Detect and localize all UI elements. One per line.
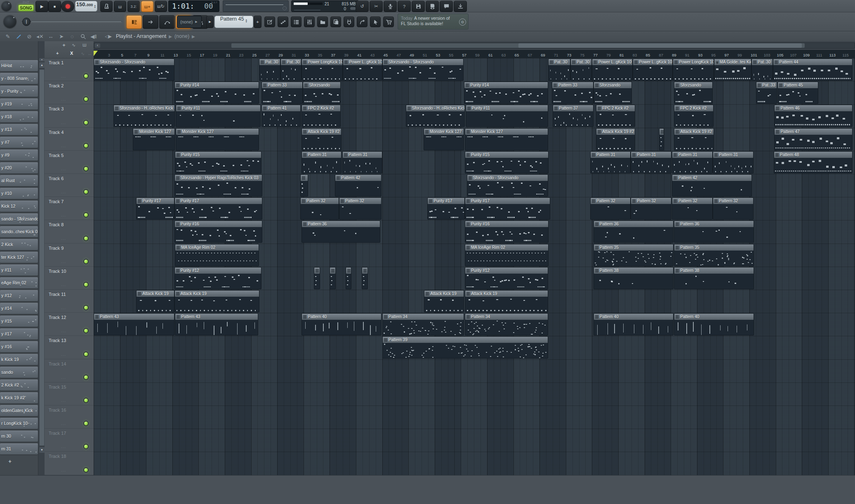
clip-body[interactable] [465, 135, 548, 150]
track-mute-led[interactable] [84, 422, 88, 425]
pattern-clip[interactable]: Pat..30 [548, 59, 570, 81]
pattern-clip[interactable]: Pattern 31 [342, 151, 382, 173]
arrow-right-icon[interactable] [143, 15, 158, 29]
clip-menu-icon[interactable] [302, 176, 305, 180]
pattern-clip[interactable]: Purity #11 [466, 105, 548, 127]
clip-menu-icon[interactable] [753, 61, 756, 64]
clip-menu-icon[interactable] [466, 292, 470, 295]
slur-dim-icon[interactable]: ∿ [81, 51, 85, 56]
clip-body[interactable] [594, 227, 673, 242]
clip-body[interactable] [752, 65, 773, 80]
clip-menu-icon[interactable] [303, 130, 306, 134]
pattern-clip[interactable]: Pattern 40 [594, 313, 674, 335]
clip-header[interactable]: Pattern 34 [465, 314, 548, 320]
pattern-clip[interactable]: Pattern 32 [672, 197, 713, 220]
playlist-grid[interactable]: Sforzsando - SforzsandoPat..30Pat..30Pow… [94, 58, 855, 475]
clip-header[interactable] [362, 267, 367, 274]
browser-icon[interactable] [317, 16, 328, 27]
clip-header[interactable]: Purity #14 [175, 82, 259, 88]
clip-header[interactable]: Pattern 31 [343, 152, 382, 158]
picker-item[interactable]: rn 31 [0, 443, 38, 455]
clip-header[interactable]: Pattern 32 [591, 198, 631, 204]
clip-menu-icon[interactable] [282, 61, 285, 64]
clip-body[interactable] [594, 251, 673, 266]
clip-header[interactable]: Pattern 31 [631, 152, 671, 158]
clip-body[interactable] [335, 181, 381, 196]
clip-header[interactable]: Purity #17 [428, 198, 464, 204]
clip-header[interactable]: Purity #16 [175, 221, 262, 227]
clip-menu-icon[interactable] [303, 61, 306, 64]
clip-menu-icon[interactable] [598, 107, 601, 110]
pattern-clip[interactable]: Power LongKick 10 [301, 59, 343, 81]
clip-body[interactable] [94, 320, 174, 335]
clip-menu-icon[interactable] [177, 130, 181, 134]
clip-body[interactable] [175, 274, 261, 289]
plug-icon[interactable] [344, 16, 354, 27]
clip-header[interactable]: Pattern 36 [302, 221, 380, 227]
track-header[interactable]: Track 18··· [45, 452, 94, 475]
clip-body[interactable] [674, 320, 754, 335]
clip-header[interactable]: Purity #17 [465, 198, 550, 204]
horizontal-scrollbar[interactable]: ‹ [94, 42, 855, 49]
clip-body[interactable] [465, 204, 550, 219]
clip-body[interactable] [674, 227, 754, 242]
clip-body[interactable] [383, 343, 548, 358]
track-resize-grip[interactable]: ··· [61, 469, 66, 473]
clip-body[interactable] [94, 65, 174, 80]
clip-body[interactable] [302, 320, 381, 335]
track-resize-grip[interactable]: ··· [61, 168, 66, 172]
picker-scroll-thumb[interactable] [39, 69, 45, 446]
clip-header[interactable]: Sforzsando [303, 82, 340, 88]
clip-menu-icon[interactable] [407, 107, 411, 110]
clip-header[interactable]: Pattern 38 [674, 267, 754, 274]
clip-header[interactable]: Power L..gKick 10 [343, 59, 382, 65]
clip-body[interactable] [383, 320, 464, 335]
clip-menu-icon[interactable] [466, 153, 470, 157]
clip-body[interactable] [343, 158, 382, 173]
clip-menu-icon[interactable] [384, 315, 387, 319]
clip-header[interactable]: Pattern 36 [594, 221, 673, 227]
pattern-clip[interactable]: Pattern 34 [465, 313, 548, 335]
stretch-icon[interactable]: ↔ [45, 33, 56, 40]
picker-item[interactable]: y #13 [0, 124, 38, 135]
clip-body[interactable] [302, 158, 341, 173]
clip-body[interactable] [362, 274, 367, 289]
clip-menu-icon[interactable] [95, 61, 99, 64]
track-header[interactable]: Track 17··· [45, 429, 94, 452]
clip-body[interactable] [428, 204, 464, 219]
save-icon[interactable] [412, 1, 425, 12]
pattern-clip[interactable]: Purity #17 [427, 197, 465, 220]
clip-menu-icon[interactable] [177, 107, 181, 110]
clip-header[interactable]: Attack Kick 19 [465, 291, 548, 297]
clip-header[interactable] [301, 175, 308, 181]
track-mute-led[interactable] [84, 375, 88, 379]
clip-body[interactable] [301, 181, 308, 196]
select-icon[interactable]: ◌ [67, 33, 78, 40]
clip-header[interactable]: Sforzsando - H..oRiches Kick 03 [114, 105, 174, 111]
clip-menu-icon[interactable] [115, 107, 118, 110]
pattern-clip[interactable]: Pattern 37 [553, 105, 594, 127]
clip-body[interactable] [137, 204, 174, 219]
pattern-selector[interactable]: Pattern 45 ▲▼ [214, 16, 253, 28]
clip-header[interactable]: Pattern 46 [775, 105, 852, 111]
picker-item[interactable]: r LongKick 10 [0, 418, 38, 429]
clip-menu-icon[interactable] [176, 292, 179, 295]
track-resize-grip[interactable]: ··· [61, 122, 66, 126]
clip-body[interactable] [175, 227, 262, 242]
pattern-clip[interactable]: Pat..30 [751, 59, 773, 81]
pattern-prev-button[interactable]: ▶ [206, 16, 214, 28]
clip-header[interactable]: MA IceAge Rim 02 [465, 244, 549, 251]
clip-menu-icon[interactable] [595, 223, 598, 226]
clip-menu-icon[interactable] [674, 153, 677, 157]
clip-header[interactable]: Pattern 33 [262, 82, 302, 88]
clip-body[interactable] [713, 204, 753, 219]
clip-menu-icon[interactable] [344, 61, 348, 64]
wait-icon[interactable]: ш [114, 1, 126, 12]
clip-body[interactable] [137, 297, 174, 312]
clip-body[interactable] [465, 251, 549, 266]
clip-body[interactable] [465, 297, 548, 312]
clip-menu-icon[interactable] [177, 153, 180, 157]
picker-item[interactable]: HiHat [0, 60, 38, 71]
clip-header[interactable]: Pattern 35 [674, 244, 754, 251]
track-resize-grip[interactable]: ··· [61, 284, 66, 288]
